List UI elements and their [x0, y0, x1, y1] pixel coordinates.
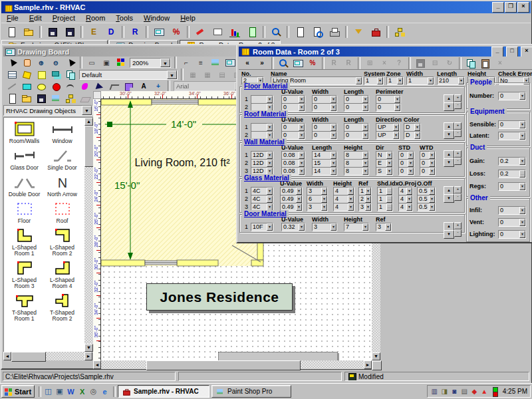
palette-add-button[interactable]: [63, 92, 78, 104]
palette-item-l-shaped-room-4[interactable]: L-Shaped Room 4: [43, 258, 81, 289]
duplicate-tool[interactable]: [63, 68, 78, 81]
menu-item-file[interactable]: File: [1, 13, 24, 23]
menu-item-project[interactable]: Project: [47, 13, 80, 23]
chevron-down-icon[interactable]: ▾: [386, 152, 392, 159]
chevron-down-icon[interactable]: ▾: [429, 152, 435, 159]
duct-regs-field[interactable]: 0▾: [498, 182, 526, 191]
zoom-level-combo[interactable]: 200%▼: [130, 58, 171, 68]
wall-wtd-field[interactable]: 0▾: [420, 167, 436, 176]
room-name-label[interactable]: Living Room, 210 ft²: [134, 157, 230, 168]
chevron-down-icon[interactable]: ▾: [393, 124, 399, 131]
show-drawing-button[interactable]: [291, 57, 305, 69]
resize-corner[interactable]: [372, 360, 382, 370]
palette-open-button[interactable]: [19, 92, 34, 104]
duct-gain-field[interactable]: 0.2▾: [498, 157, 526, 166]
chevron-down-icon[interactable]: ▾: [428, 77, 434, 84]
room-data-button[interactable]: R: [126, 24, 144, 39]
chevron-down-icon[interactable]: ▾: [299, 104, 305, 111]
chevron-down-icon[interactable]: ▾: [394, 104, 400, 111]
pan-tool[interactable]: [19, 57, 34, 69]
room-data-titlebar[interactable]: Room Data - Room 2 of 3 _ □ ×: [239, 47, 532, 57]
close-button[interactable]: ×: [517, 2, 529, 13]
paste-room-button[interactable]: [478, 57, 493, 69]
chevron-down-icon[interactable]: ▾: [296, 188, 302, 195]
zone-field[interactable]: 1▾: [386, 76, 404, 85]
save-button[interactable]: [44, 24, 61, 39]
chevron-down-icon[interactable]: ▾: [331, 124, 336, 131]
palette-item-t-shaped-room-2[interactable]: T-Shaped Room 2: [43, 291, 81, 322]
roof-width-field[interactable]: 0▾: [312, 131, 337, 140]
filter-button[interactable]: [350, 24, 367, 39]
palette-item-t-shaped-room-1[interactable]: T-Shaped Room 1: [5, 291, 43, 322]
panel-tool[interactable]: ▣: [99, 57, 114, 69]
colors-tool[interactable]: [114, 57, 128, 69]
quick-launch-desktop-icon[interactable]: ▣: [55, 386, 65, 396]
chevron-down-icon[interactable]: ▾: [429, 188, 435, 195]
chevron-down-icon[interactable]: ▾: [321, 196, 327, 203]
tray-volume-icon[interactable]: ◆: [470, 386, 479, 396]
properties-tool[interactable]: [5, 68, 19, 81]
circle-tool[interactable]: [49, 80, 63, 92]
row-down-button[interactable]: ▼: [444, 102, 454, 111]
minimize-button[interactable]: _: [491, 47, 503, 57]
chevron-down-icon[interactable]: ▾: [321, 188, 327, 195]
add-row-button[interactable]: +: [454, 94, 462, 102]
canvas-hscrollbar[interactable]: ◄ ►: [93, 360, 372, 369]
chevron-down-icon[interactable]: ▾: [519, 231, 525, 238]
floor-perimeter-field[interactable]: 0▾: [376, 103, 401, 112]
tray-alert-icon[interactable]: ▲: [480, 386, 489, 396]
system-field[interactable]: 1▾: [364, 76, 384, 85]
glass-o-proj-field[interactable]: 4▾: [398, 203, 413, 211]
palette-item-l-shaped-room-2[interactable]: L-Shaped Room 2: [43, 225, 81, 257]
chevron-down-icon[interactable]: ▾: [365, 188, 371, 195]
task-button-1[interactable]: Sample.rhv - RHVAC: [118, 385, 209, 398]
chevron-down-icon[interactable]: ▾: [458, 77, 464, 84]
wall-length-field[interactable]: 14▾: [312, 167, 337, 176]
chevron-down-icon[interactable]: ▾: [519, 183, 525, 190]
roof-direction-field[interactable]: UP▾: [376, 131, 400, 140]
wall-dir-field[interactable]: S▾: [376, 167, 393, 176]
list-tool[interactable]: ≡: [194, 57, 208, 69]
chevron-down-icon[interactable]: ▾: [429, 196, 435, 203]
chevron-down-icon[interactable]: ▼: [160, 59, 170, 67]
zoom-out-tool[interactable]: ⊖: [49, 57, 63, 69]
remove-row-button[interactable]: -: [454, 229, 462, 237]
chevron-down-icon[interactable]: ▾: [429, 168, 435, 175]
chevron-down-icon[interactable]: ▾: [348, 203, 354, 211]
chevron-down-icon[interactable]: ▾: [362, 132, 368, 139]
palette-save-button[interactable]: [34, 92, 49, 104]
marker-button[interactable]: [192, 24, 209, 39]
palette-item-l-shaped-room-3[interactable]: L-Shaped Room 3: [5, 258, 43, 289]
palette-item-double-door[interactable]: Double Door: [5, 172, 43, 198]
row-down-button[interactable]: ▼: [444, 230, 454, 239]
quick-launch-window-icon[interactable]: ◫: [43, 386, 53, 396]
chevron-down-icon[interactable]: ▾: [267, 124, 273, 131]
zoom-button[interactable]: [276, 57, 291, 69]
chevron-down-icon[interactable]: ▾: [362, 223, 368, 231]
menu-item-help[interactable]: Help: [175, 13, 201, 23]
scroll-up-icon[interactable]: ▲: [84, 118, 93, 126]
zoom-select-tool[interactable]: [63, 57, 78, 69]
tray-display-icon[interactable]: ▥: [430, 386, 439, 396]
chevron-down-icon[interactable]: ▾: [299, 96, 305, 103]
tray-traffic-light-icon[interactable]: [490, 386, 499, 396]
chevron-down-icon[interactable]: ▾: [386, 160, 392, 167]
chevron-down-icon[interactable]: ▾: [406, 196, 412, 203]
chevron-down-icon[interactable]: ▾: [519, 158, 525, 165]
quick-launch-word-icon[interactable]: W: [66, 386, 76, 396]
menu-item-tools[interactable]: Tools: [110, 13, 138, 23]
chevron-down-icon[interactable]: ▾: [299, 168, 305, 175]
zoom-in-tool[interactable]: ⊕: [34, 57, 49, 69]
floor-width-field[interactable]: 0▾: [312, 103, 337, 112]
chevron-down-icon[interactable]: ▾: [267, 223, 273, 231]
chevron-down-icon[interactable]: ▼: [82, 106, 92, 115]
scroll-down-icon[interactable]: ▼: [84, 344, 93, 352]
glass-shd-idx-field[interactable]: 1…: [377, 203, 393, 211]
minimize-button[interactable]: _: [492, 2, 504, 13]
scroll-left-icon[interactable]: ◄: [3, 352, 11, 360]
chevron-down-icon[interactable]: ▾: [331, 104, 336, 111]
ellipsis-button[interactable]: …: [386, 188, 392, 195]
arc-tool[interactable]: [63, 80, 78, 92]
scroll-thumb[interactable]: [11, 352, 46, 362]
corner-tool[interactable]: ⌐: [179, 57, 194, 69]
